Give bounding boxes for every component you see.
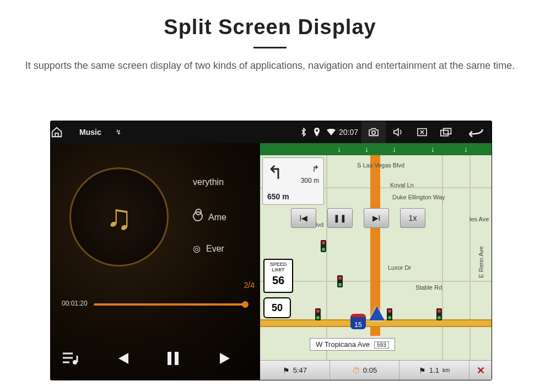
lane-arrow-icon: ↓ [365,145,369,154]
duration-button[interactable]: ⏱ 0:05 [330,361,400,380]
traffic-light-icon [337,275,343,287]
lane-arrow-icon: ↓ [431,145,435,154]
recent-apps-button[interactable] [434,121,458,143]
time-elapsed: 00:01:20 [62,300,88,307]
svg-point-0 [372,131,375,134]
camera-icon [368,128,379,137]
lane-arrow-icon: ↓ [337,145,341,154]
next-icon [219,352,234,365]
svg-rect-6 [175,352,179,365]
street-label: S Las Vegas Blvd [357,162,404,168]
turn-sub-icon: ↱ [312,164,319,174]
svg-rect-5 [168,352,171,365]
pause-icon: ❚❚ [333,214,347,222]
lane-arrow-icon: ↓ [464,145,468,154]
interstate-shield: 15 [350,314,366,329]
nav-cursor-icon [369,306,385,320]
current-street-banner: W Tropicana Ave [310,338,395,351]
duration-value: 0:05 [363,366,377,374]
traffic-light-icon [387,308,392,320]
speed-limit-label: SPEED LIMIT [270,262,287,273]
lane-guidance: ↓ ↓ ↓ ↓ ↓ [260,143,492,155]
speed-limit-sign: SPEED LIMIT 56 [263,259,293,293]
location-icon [314,128,320,137]
traffic-light-icon [321,240,326,252]
street-label: Stable Rd [415,284,442,291]
close-app-button[interactable] [410,121,434,143]
overlay-next-button[interactable]: ▶I [364,208,389,228]
overlay-pause-button[interactable]: ❚❚ [327,208,353,228]
next-icon: ▶I [372,214,381,222]
speed-limit-value: 56 [264,274,292,286]
music-controls [51,337,260,380]
volume-button[interactable] [386,121,410,143]
speaker-icon [392,128,403,137]
playlist-button[interactable] [62,351,93,366]
music-note-icon: ♫ [106,197,132,237]
lane-arrow-icon: ↓ [392,145,396,154]
track-album: Ever [193,243,224,254]
device-frame: Music ↯ 20:07 ♫ veryt [51,121,492,380]
home-icon [51,126,63,138]
play-pause-button[interactable] [166,351,197,366]
street-label: les Ave [469,216,489,222]
distance-unit: km [442,367,450,373]
pause-icon [166,351,180,366]
road-line [469,143,471,380]
prev-track-button[interactable] [114,352,145,365]
turn-card[interactable]: ↰ ↱ 300 m 650 m [262,157,324,205]
progress-knob[interactable] [242,301,249,308]
road-line [442,143,443,380]
track-artist: Ame [193,210,226,222]
street-label: Luxor Dr [388,264,411,271]
freeway [260,319,492,327]
track-title: verythin [193,177,224,187]
traffic-light-icon [315,308,321,320]
turn-main-distance: 650 m [267,192,289,201]
title-underline [253,47,287,48]
clock-icon: ⏱ [352,366,360,375]
prev-icon [114,352,129,365]
map-panel[interactable]: ↓ ↓ ↓ ↓ ↓ ↰ ↱ 300 m 650 m S Las Vegas Bl… [260,143,492,380]
back-button[interactable] [458,121,492,143]
bluetooth-icon [300,128,307,137]
close-icon: ✕ [477,364,485,377]
eta-button[interactable]: ⚑ 5:47 [260,361,330,380]
page-subtitle: It supports the same screen display of t… [0,58,540,73]
page-title: Split Screen Display [0,15,540,39]
svg-rect-2 [441,130,449,136]
windows-icon [440,128,452,137]
playlist-icon [62,351,78,366]
screenshot-button[interactable] [361,121,386,143]
map-media-overlay: I◀ ❚❚ ▶I 1x [291,208,425,228]
cancel-route-button[interactable]: ✕ [469,361,492,380]
street-label: E Reno Ave [478,246,484,278]
traffic-light-icon [436,308,442,320]
turn-main-icon: ↰ [267,161,283,183]
usb-icon: ↯ [116,128,121,136]
street-label: Koval Ln [390,182,414,188]
track-index: 2/4 [244,281,255,290]
flag-icon: ⚑ [283,366,290,375]
distance-value: 1.1 [429,366,439,374]
prev-icon: I◀ [300,214,308,222]
bluetooth-icon [300,128,307,137]
close-window-icon [417,128,428,137]
progress-bar[interactable] [94,303,246,306]
app-label: Music [79,128,101,137]
map-bottom-bar: ⚑ 5:47 ⏱ 0:05 ⚑ 1.1 km ✕ [260,360,492,380]
next-track-button[interactable] [219,352,250,365]
status-bar: Music ↯ 20:07 [51,121,492,143]
turn-sub-distance: 300 m [301,177,319,184]
back-icon [466,127,484,137]
street-label: Duke Ellington Way [392,194,445,200]
music-panel: ♫ verythin Ame Ever 2/4 00:01:20 [51,143,260,380]
eta-value: 5:47 [293,366,307,374]
svg-rect-3 [444,128,451,134]
album-art[interactable]: ♫ [69,167,169,266]
home-button[interactable] [51,126,76,138]
overlay-prev-button[interactable]: I◀ [291,208,316,228]
overlay-speed-button[interactable]: 1x [400,208,425,228]
distance-button[interactable]: ⚑ 1.1 km [399,361,469,380]
clock: 20:07 [339,128,358,137]
